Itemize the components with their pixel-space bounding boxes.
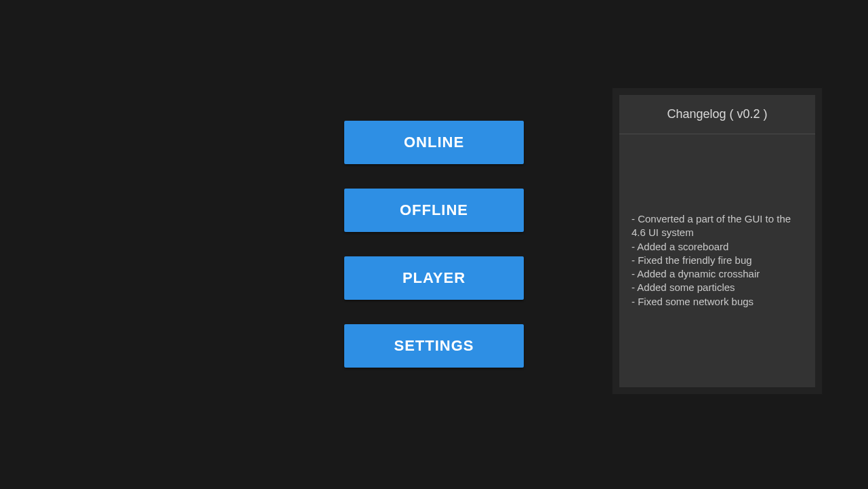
offline-button[interactable]: OFFLINE (344, 189, 524, 232)
online-button[interactable]: ONLINE (344, 121, 524, 164)
changelog-body: - Converted a part of the GUI to the 4.6… (619, 134, 815, 321)
changelog-inner: Changelog ( v0.2 ) - Converted a part of… (619, 95, 815, 387)
player-button[interactable]: PLAYER (344, 256, 524, 300)
main-menu: ONLINE OFFLINE PLAYER SETTINGS (344, 121, 524, 368)
changelog-title: Changelog ( v0.2 ) (619, 95, 815, 134)
changelog-panel: Changelog ( v0.2 ) - Converted a part of… (612, 87, 823, 395)
settings-button[interactable]: SETTINGS (344, 324, 524, 368)
